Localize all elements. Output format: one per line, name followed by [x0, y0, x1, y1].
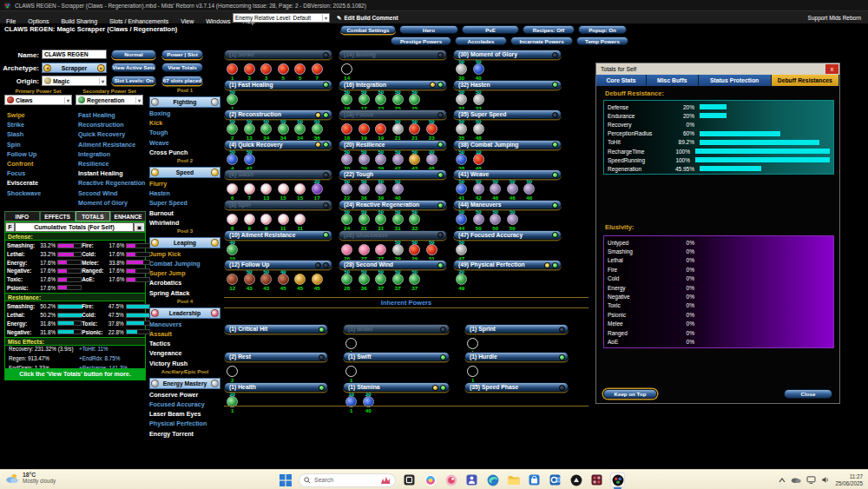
power-bar[interactable]: (1) Health: [224, 382, 328, 392]
primary-power-confront[interactable]: Confront: [7, 160, 76, 169]
weather-widget[interactable]: 18°C Mostly cloudy: [5, 472, 56, 484]
power-bar[interactable]: (44) Maneuvers: [453, 200, 562, 209]
enhancement-slot[interactable]: 5: [292, 59, 309, 81]
enhancement-icon[interactable]: [456, 244, 467, 255]
enhancement-icon[interactable]: [456, 123, 467, 135]
explorer-taskbar-icon[interactable]: [506, 472, 521, 487]
enhancement-icon[interactable]: [358, 183, 370, 195]
window-tab-misc-buffs[interactable]: Misc Buffs: [647, 75, 699, 86]
enhancement-icon[interactable]: [456, 63, 467, 75]
enhancement-icon[interactable]: [227, 366, 238, 377]
enhancement-slot[interactable]: 9: [241, 209, 259, 231]
keep-on-top-button[interactable]: Keep on Top: [603, 389, 657, 399]
taskbar-clock[interactable]: 11:27 25/06/2025: [835, 473, 863, 486]
enhancement-slot[interactable]: 19: [356, 119, 373, 141]
enhancement-icon[interactable]: [278, 214, 289, 225]
power-bar[interactable]: (1) Swift: [343, 352, 450, 361]
enhancement-slot[interactable]: 15: [275, 179, 293, 201]
enhancement-slot[interactable]: 501: [224, 89, 241, 111]
enhancement-slot[interactable]: 7: [241, 179, 259, 201]
pool-power-flurry[interactable]: Flurry: [149, 180, 220, 189]
enhancement-slot[interactable]: 5039: [372, 149, 390, 171]
pool-select-energy-mastery[interactable]: Energy Mastery: [149, 378, 220, 389]
edit-build-comment-button[interactable]: ✎Edit Build Comment: [337, 13, 398, 23]
enhancement-icon[interactable]: [473, 183, 484, 195]
character-name-input[interactable]: CLAWS REGEN: [42, 50, 107, 59]
enhancement-icon[interactable]: [345, 366, 357, 377]
enhancement-icon[interactable]: [473, 154, 484, 165]
enhancement-slot[interactable]: 1: [343, 361, 360, 383]
enhancement-icon[interactable]: [375, 183, 386, 195]
secondary-power-quick-recovery[interactable]: Quick Recovery: [78, 130, 148, 140]
outlook-taskbar-icon[interactable]: [548, 472, 562, 487]
pool-power-weave[interactable]: Weave: [149, 139, 220, 149]
support-link[interactable]: Support Mids Reborn: [808, 15, 861, 21]
enhancement-slot[interactable]: 5037: [406, 269, 424, 291]
pool-prev-icon[interactable]: [151, 169, 159, 176]
enhancement-icon[interactable]: [392, 214, 404, 225]
header-button-recipes-off[interactable]: Recipes: Off: [523, 25, 575, 34]
enhancement-slot[interactable]: 5039: [356, 149, 373, 171]
power-led[interactable]: [323, 82, 329, 88]
primary-powerset-select[interactable]: Claws▾: [4, 95, 72, 105]
pool-power-spring-attack[interactable]: Spring Attack: [149, 289, 220, 299]
enhancement-slot[interactable]: 1048: [470, 149, 488, 171]
enhancement-slot[interactable]: 5046: [487, 179, 504, 201]
enhancement-icon[interactable]: [409, 123, 420, 135]
power-led[interactable]: [552, 52, 558, 58]
power-led[interactable]: [552, 202, 558, 208]
enhancement-slot[interactable]: 5032: [453, 89, 470, 111]
pool-power-boxing[interactable]: Boxing: [149, 109, 220, 119]
enhancement-icon[interactable]: [375, 244, 386, 255]
enhancement-icon[interactable]: [490, 214, 501, 225]
enhancement-slot[interactable]: 5031: [372, 209, 390, 231]
enhancement-slot[interactable]: 2017: [309, 179, 326, 201]
enhancement-slot[interactable]: 1: [224, 59, 241, 81]
enhancement-slot[interactable]: 504: [224, 149, 241, 171]
enhancement-slot[interactable]: 5047: [453, 240, 470, 261]
enhancement-icon[interactable]: [227, 274, 238, 285]
pool-power-conserve-power[interactable]: Conserve Power: [149, 391, 220, 400]
pool-power-tough[interactable]: Tough: [149, 129, 220, 138]
power-led[interactable]: [323, 232, 329, 238]
power-led[interactable]: [552, 82, 558, 88]
tab-effects[interactable]: EFFECTS: [40, 211, 76, 221]
volume-icon[interactable]: [821, 476, 830, 484]
totals-popout-icon[interactable]: ▣: [134, 222, 145, 232]
enhancement-icon[interactable]: [358, 154, 370, 165]
enhancement-slot[interactable]: 4010: [224, 240, 241, 261]
enhancement-icon[interactable]: [490, 183, 501, 195]
pool-select-leaping[interactable]: Leaping: [149, 237, 220, 248]
power-led[interactable]: [552, 262, 558, 268]
power-bar[interactable]: (1) Sprint: [464, 324, 569, 334]
pool-power-focused-accuracy[interactable]: Focused Accuracy: [149, 400, 220, 410]
power-bar[interactable]: (35) Speed Phase: [464, 382, 569, 392]
enhancement-slot[interactable]: 45: [292, 269, 309, 291]
close-icon[interactable]: x: [825, 64, 838, 74]
enhancement-slot[interactable]: 5036: [309, 119, 326, 141]
pool-power-laser-beam-eyes[interactable]: Laser Beam Eyes: [149, 410, 220, 420]
enhancement-slot[interactable]: 12: [224, 269, 241, 291]
enhancement-slot[interactable]: 27: [356, 240, 373, 261]
network-display-icon[interactable]: [806, 476, 816, 484]
enhancement-slot[interactable]: 502: [224, 119, 241, 141]
power-led[interactable]: [315, 262, 321, 268]
pool-power-victory-rush[interactable]: Victory Rush: [149, 360, 220, 369]
enhancement-icon[interactable]: [244, 63, 255, 75]
enhancement-slot[interactable]: 3: [258, 59, 275, 81]
enhancement-icon[interactable]: [294, 63, 306, 75]
power-led[interactable]: [315, 142, 321, 148]
enhancement-icon[interactable]: [227, 183, 238, 195]
enhancement-icon[interactable]: [244, 183, 255, 195]
secondary-power-resilience[interactable]: Resilience: [78, 160, 148, 169]
teams-taskbar-icon[interactable]: [464, 472, 479, 487]
primary-power-spin[interactable]: Spin: [7, 141, 76, 150]
primary-power-focus[interactable]: Focus: [7, 169, 76, 179]
totals-f-button[interactable]: F: [5, 222, 15, 232]
enhancement-icon[interactable]: [375, 154, 386, 165]
menu-options[interactable]: Options: [22, 15, 55, 24]
enhancement-icon[interactable]: [341, 274, 352, 285]
enhancement-slot[interactable]: 5037: [372, 269, 390, 291]
slots-placed-button[interactable]: 67 slots placed: [161, 76, 203, 85]
power-bar[interactable]: (1) Fast Healing: [224, 80, 332, 89]
